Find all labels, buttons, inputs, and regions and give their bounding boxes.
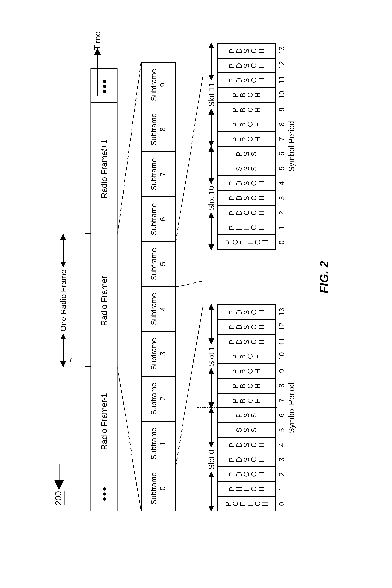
- symbol-cell: PCFICH: [218, 235, 275, 249]
- figure-id-callout: 200: [54, 464, 65, 505]
- symbol-channel: PBCH: [232, 354, 261, 359]
- symbol-channel: PSS: [236, 151, 258, 156]
- subframe-cell: Subframe5: [142, 242, 175, 287]
- symbol-index: 9: [276, 364, 286, 379]
- symbol-channel: PDSCH: [228, 195, 265, 200]
- symbol-channel: PHICH: [228, 225, 265, 230]
- radio-frame-cell: Radio Frame t +1: [92, 103, 117, 235]
- symbol-cell: PDSCH: [218, 58, 275, 73]
- subframe-cell: Subframe0: [142, 466, 175, 511]
- slot-divider-icon: [197, 407, 277, 408]
- svg-line-5: [176, 74, 203, 242]
- symbol-cell: PDSCH: [218, 335, 275, 349]
- symbol-channel: PDSCH: [228, 324, 265, 330]
- tick-icon: [85, 366, 92, 367]
- symbol-channel: PBCH: [232, 92, 261, 98]
- slot-dims-left: Slot 0 Slot 1: [207, 304, 218, 511]
- symbol-cell: PBCH: [218, 394, 275, 408]
- svg-line-0: [118, 367, 141, 511]
- symbol-index: 6: [276, 146, 286, 161]
- symbol-index: 8: [276, 117, 286, 132]
- symbol-channel: PDSCH: [228, 442, 265, 447]
- symbol-channel: PBCH: [232, 383, 261, 389]
- symbol-channel: PBCH: [232, 107, 261, 112]
- callout-arrow-icon: [58, 464, 60, 488]
- slot-dims-right: Slot 10 Slot 11: [207, 43, 218, 250]
- symbol-cell: PDCCH: [218, 467, 275, 482]
- subframe-cell: Subframe6: [142, 197, 175, 242]
- ellipsis-left: •••: [92, 476, 117, 511]
- svg-line-3: [176, 304, 203, 466]
- symbol-cell: PDSCH: [218, 320, 275, 335]
- dashed-lines-icon: [176, 62, 203, 511]
- symbol-cell: PSS: [218, 147, 275, 161]
- subframe-label: Subframe0: [150, 472, 167, 505]
- symbol-index-row: 0 1 2 3 4 5 6 7 8 9 10 11 12 13: [276, 43, 286, 250]
- symbol-row: PCFICH PHICH PDCCH PDSCH PDSCH SSS PSS P…: [218, 304, 276, 511]
- symbol-channel: PCFICH: [224, 239, 269, 245]
- symbol-cell: PDSCH: [218, 452, 275, 467]
- detail-row: Slot 0 Slot 1 PCFICH PHICH PDCCH PDSCH P…: [207, 43, 296, 511]
- symbol-cell: SSS: [218, 423, 275, 437]
- subframe-label: Subframe9: [150, 69, 167, 101]
- symbol-channel: PDSCH: [228, 339, 265, 345]
- symbol-cell: PDSCH: [218, 44, 275, 58]
- symbol-index: 11: [276, 334, 286, 349]
- symbol-index: 5: [276, 423, 286, 437]
- symbol-cell: PBCH: [218, 364, 275, 379]
- symbol-cell: PDSCH: [218, 305, 275, 320]
- arrowbar-icon: [211, 212, 212, 250]
- symbol-index: 2: [276, 205, 286, 220]
- symbol-channel: PBCH: [232, 136, 261, 142]
- subframe-label: Subframe5: [150, 248, 167, 280]
- symbol-index: 3: [276, 191, 286, 205]
- rf-var: t: [100, 149, 109, 151]
- symbol-index: 7: [276, 132, 286, 146]
- symbol-channel: PDSCH: [228, 457, 265, 462]
- symbol-channel: PDSCH: [228, 181, 265, 186]
- symbol-index: 0: [276, 496, 286, 511]
- zoom-lines-2: [176, 62, 203, 511]
- symbol-cell: PDSCH: [218, 73, 275, 88]
- symbol-cell: PSS: [218, 408, 275, 423]
- rf-prefix: Radio Frame: [100, 278, 109, 326]
- symbol-period-label: Symbol Period: [287, 304, 296, 511]
- arrowbar-icon: [211, 43, 212, 80]
- figure-caption: FIG. 2: [317, 43, 331, 511]
- symbol-channel: PBCH: [232, 122, 261, 127]
- symbol-channel: PSS: [236, 413, 258, 418]
- symbol-index: 3: [276, 452, 286, 467]
- symbol-cell: PBCH: [218, 88, 275, 102]
- symbol-index: 4: [276, 176, 286, 191]
- symbol-index: 10: [276, 349, 286, 364]
- subframe-cell: Subframe8: [142, 107, 175, 152]
- svg-line-1: [118, 62, 141, 234]
- symbol-cell: PBCH: [218, 132, 275, 147]
- right-arrowbar-icon: [63, 234, 64, 267]
- subframe-label: Subframe4: [150, 293, 167, 325]
- symbol-channel: PDSCH: [228, 63, 265, 68]
- symbol-index: 10: [276, 87, 286, 102]
- symbol-index: 12: [276, 58, 286, 73]
- slot-divider-icon: [197, 146, 277, 146]
- time-label: Time: [93, 31, 102, 50]
- one-radio-frame-duration: 10 ms: [69, 234, 73, 367]
- symbol-index: 8: [276, 379, 286, 393]
- arrowbar-icon: [211, 109, 212, 146]
- subframe-cell: Subframe4: [142, 287, 175, 332]
- symbol-channel: SSS: [236, 166, 258, 171]
- symbol-cell: PDSCH: [218, 438, 275, 452]
- subframe-cell: Subframe3: [142, 332, 175, 377]
- radio-frame-row: ••• Radio Frame t -1 Radio Frame t Radio…: [91, 68, 118, 511]
- rf-var: t: [100, 400, 109, 402]
- subframe-label: Subframe3: [150, 338, 167, 370]
- symbol-cell: PDSCH: [218, 176, 275, 191]
- symbol-cell: PHICH: [218, 220, 275, 235]
- ellipsis-right: •••: [92, 68, 117, 103]
- symbol-index-row: 0 1 2 3 4 5 6 7 8 9 10 11 12 13: [276, 304, 286, 511]
- symbol-cell: SSS: [218, 161, 275, 176]
- symbol-period-label: Symbol Period: [287, 43, 296, 250]
- radio-frame-dim-row: One Radio Frame: [59, 234, 68, 367]
- figure-rotated-wrap: 200 One Radio Frame 10 ms Time: [50, 19, 342, 547]
- symbol-channel: PHICH: [228, 486, 265, 492]
